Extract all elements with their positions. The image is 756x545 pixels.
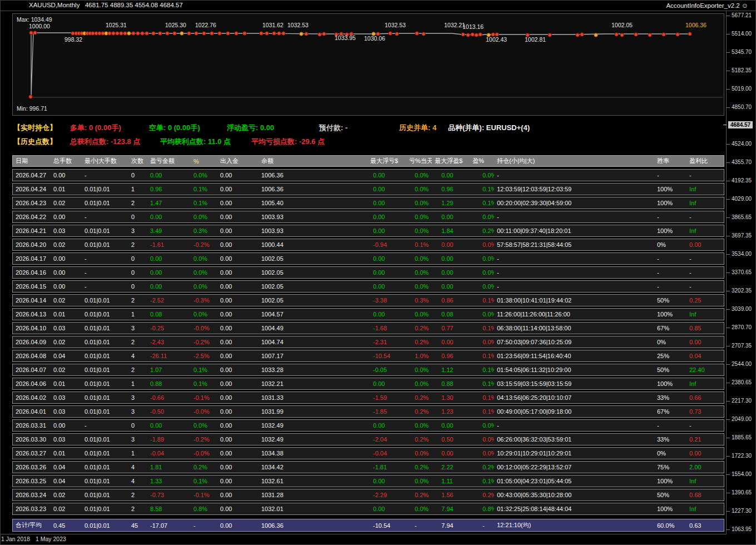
pl-amount: 0.00 [147,422,191,429]
date: 2026.04.07 [13,366,51,373]
header-profit-ratio: 盈利比 [687,157,720,165]
max-float-profit: 1.11 [432,478,470,484]
info-segment: 浮动盈亏: 0.00 [227,123,274,133]
hold-time: 00:12:00|05:22:29|13:52:07 [494,464,654,470]
chart-point-label: 1002.05 [611,22,633,28]
balance: 1034.38 [258,450,367,457]
max-float-loss: -0.94 [367,241,406,248]
max-float-profit: 0.00 [432,255,470,262]
table-row: 2026.03.300.030.01|0.013-1.89-0.2%0.0010… [12,433,724,445]
chart-point-label: Max: 1034.49 [17,16,52,23]
info-segment: 平均获利点数: 11.0 点 [160,137,231,147]
price-tick-label: 1227.30 [732,508,752,514]
balance: 1002.05 [258,283,367,290]
pl-amount: -2.43 [147,339,191,345]
header-max-float-profit: 最大浮盈$ [432,157,470,165]
balance: 1006.36 [258,186,367,192]
trade-dot [91,32,94,35]
trade-count: 2 [128,492,147,498]
hold-time: 03:15:59|03:15:59|03:15:59 [494,380,654,387]
min-max-lots: 0.01|0.01 [82,450,128,457]
profit-ratio: Inf [687,200,720,206]
trade-dot [318,33,321,36]
info-segment: 总获利点数: -123.8 点 [70,137,140,147]
total-lots: 0.02 [51,506,82,512]
trade-dot [105,32,108,35]
min-max-lots: 0.01|0.01 [82,297,128,304]
trade-dot [415,32,419,35]
win-rate: 67% [654,325,687,331]
chart-point-label: 1032.53 [385,22,406,28]
table-row: 2026.04.130.010.01|0.0110.080.0%0.001004… [12,308,724,320]
pl-amount: -1.61 [147,241,191,248]
trade-dot [395,32,399,36]
max-float-loss: 0.00 [367,311,406,318]
pl-amount: -2.52 [147,297,191,304]
hold-time: - [494,214,654,220]
max-float-profit: 1.84 [432,227,470,234]
profit-percent: 0.2% [470,227,494,234]
loss-percent-day: 0.0% [406,214,432,220]
deposit-withdraw: 0.00 [217,492,258,498]
win-rate: 67% [654,408,687,415]
max-float-loss: -0.05 [367,366,406,373]
max-float-profit: 0.00 [432,172,470,179]
max-float-loss: -10.54 [367,353,406,359]
max-float-loss: -1.68 [367,325,406,331]
loss-percent-day: 0.0% [406,506,432,512]
time-scale[interactable]: 1 Jan 20181 May 2023 [0,536,726,544]
date: 2026.04.01 [13,408,51,415]
trade-dot [218,32,221,35]
profit-ratio: Inf [687,506,720,512]
win-rate: 100% [654,200,687,206]
info-segment: 平均亏损点数: -29.6 点 [251,137,325,147]
deposit-withdraw: 0.00 [217,339,258,345]
chart-point-label: 1002.43 [486,36,507,43]
profit-percent: 0.1% [470,380,494,387]
trade-dot [272,32,276,35]
pl-percent: 0.0% [191,214,217,220]
deposit-withdraw: 0.00 [217,172,258,179]
trade-count: 3 [128,227,147,234]
trade-dot [277,32,281,35]
profit-ratio: 0.00 [687,241,720,248]
hold-time: 12:21:10(均) [494,521,654,529]
min-max-lots: 0.01|0.01 [82,380,128,387]
trade-dot [94,32,98,35]
hold-time: 01:05:00|04:23:01|05:44:05 [494,478,654,484]
header-total-lots: 总手数 [51,157,82,165]
info-line2: 【历史点数】总获利点数: -123.8 点平均获利点数: 11.0 点平均亏损点… [0,137,723,146]
max-float-loss: 0.00 [367,227,406,234]
profit-ratio: - [687,172,720,179]
pl-percent: -0.0% [191,450,217,457]
balance-curve-chart[interactable] [12,13,724,116]
deposit-withdraw: 0.00 [217,311,258,318]
total-lots: 0.01 [51,450,82,457]
loss-percent-day: 0.3% [406,297,432,304]
trade-count: 2 [128,297,147,304]
trade-dot [322,32,326,36]
profit-percent: 0.0% [470,422,494,429]
loss-percent-day: 0.2% [406,408,432,415]
trade-dot [132,32,135,35]
max-float-profit: 0.50 [432,436,470,443]
table-row: 2026.04.230.020.01|0.0121.470.1%0.001005… [12,197,724,209]
date: 2026.04.02 [13,394,51,401]
trade-dot [235,32,238,35]
date: 2026.04.09 [13,339,51,345]
loss-percent-day: 0.0% [406,200,432,206]
price-tick-label: 3039.00 [732,306,752,312]
table-row: 2026.04.100.030.01|0.013-0.25-0.0%0.0010… [12,322,724,334]
date: 2026.04.17 [13,255,51,262]
pl-amount: -17.07 [147,522,191,529]
chart-point-label: 1033.95 [335,34,356,41]
total-lots: 0.03 [51,394,82,401]
table-row: 2026.04.060.010.01|0.0110.880.1%0.001032… [12,378,724,390]
hold-time: - [494,172,654,179]
hold-time: 00:11:00|09:37:40|18:20:01 [494,227,654,234]
chart-point-label: 1025.30 [165,22,186,28]
pl-percent: 0.1% [191,478,217,484]
win-rate: 25% [654,353,687,359]
total-lots: 0.04 [51,353,82,359]
price-scale[interactable]: 5677.215514.005345.705182.355019.004850.… [732,0,756,545]
